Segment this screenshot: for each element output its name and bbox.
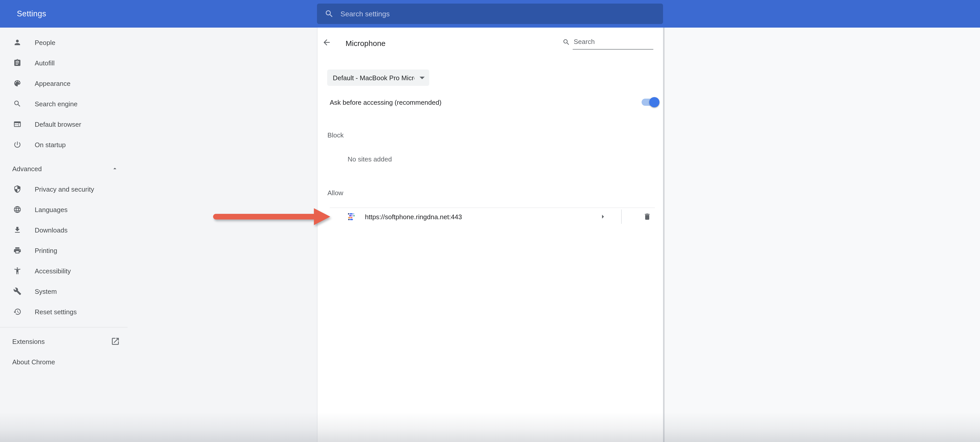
person-icon — [13, 38, 21, 46]
sidebar-item-downloads[interactable]: Downloads — [0, 220, 127, 240]
expand-site-button[interactable] — [598, 212, 608, 221]
sidebar-item-label: Default browser — [35, 120, 81, 128]
browser-window-icon — [13, 120, 21, 128]
sidebar-item-search-engine[interactable]: Search engine — [0, 94, 127, 114]
caret-up-icon — [111, 165, 118, 172]
sidebar-item-label: Printing — [35, 247, 57, 254]
sidebar-item-label: Search engine — [35, 100, 78, 108]
sidebar-item-label: Reset settings — [35, 308, 77, 316]
sidebar-item-label: Languages — [35, 206, 68, 213]
sidebar-item-extensions[interactable]: Extensions — [0, 331, 127, 351]
sidebar-item-default-browser[interactable]: Default browser — [0, 114, 127, 134]
caret-down-icon — [420, 77, 425, 79]
extensions-label: Extensions — [12, 338, 45, 345]
sidebar-item-label: Appearance — [35, 80, 70, 87]
restore-icon — [13, 308, 21, 316]
wrench-icon — [13, 287, 21, 295]
sidebar-item-label: Accessibility — [35, 267, 71, 274]
annotation-arrow — [211, 206, 333, 227]
power-icon — [13, 140, 21, 149]
sidebar-item-privacy-and-security[interactable]: Privacy and security — [0, 179, 127, 199]
toggle-knob — [649, 97, 659, 107]
ask-before-accessing-label: Ask before accessing (recommended) — [330, 99, 442, 106]
magnifier-icon — [325, 9, 334, 18]
sidebar-item-languages[interactable]: Languages — [0, 199, 127, 220]
back-button[interactable] — [322, 38, 331, 47]
sidebar-item-accessibility[interactable]: Accessibility — [0, 261, 127, 281]
allowed-site-url: https://softphone.ringdna.net:443 — [365, 213, 462, 220]
microphone-settings-card: Microphone Default - MacBook Pro Microp … — [317, 27, 663, 442]
allowed-site-row[interactable]: https://softphone.ringdna.net:443 — [330, 207, 655, 225]
accessibility-icon — [13, 267, 21, 275]
advanced-label: Advanced — [12, 165, 42, 172]
arrow-right-icon — [598, 212, 608, 221]
sidebar-item-label: Privacy and security — [35, 185, 94, 193]
sidebar-item-reset-settings[interactable]: Reset settings — [0, 302, 127, 322]
chrome-settings-window: Settings People Autofill Appearance Sear… — [0, 0, 980, 442]
trash-icon — [643, 212, 651, 221]
settings-toolbar: Settings — [0, 0, 980, 27]
sidebar-item-about-chrome[interactable]: About Chrome — [0, 351, 127, 372]
microphone-device-select[interactable]: Default - MacBook Pro Microp — [327, 70, 429, 86]
app-title: Settings — [17, 0, 46, 27]
settings-search-input[interactable] — [339, 9, 648, 18]
page-title: Microphone — [345, 38, 386, 47]
row-divider — [621, 209, 622, 224]
block-section-label: Block — [328, 131, 344, 139]
sidebar-item-label: On startup — [35, 141, 65, 148]
subpage-search-field — [563, 34, 655, 49]
subpage-search-input[interactable] — [573, 38, 653, 49]
sidebar-item-appearance[interactable]: Appearance — [0, 73, 127, 94]
globe-icon — [13, 206, 21, 214]
ringdna-favicon — [348, 212, 356, 221]
magnifier-icon — [563, 38, 570, 46]
download-icon — [13, 226, 21, 234]
sidebar-item-label: People — [35, 38, 56, 46]
settings-search-bar[interactable] — [317, 3, 663, 24]
sidebar-item-autofill[interactable]: Autofill — [0, 53, 127, 73]
about-chrome-label: About Chrome — [12, 358, 55, 365]
right-gutter — [665, 27, 980, 442]
settings-page: People Autofill Appearance Search engine… — [0, 27, 980, 442]
arrow-back-icon — [322, 38, 331, 47]
shield-icon — [13, 185, 21, 193]
sidebar-item-label: Downloads — [35, 226, 68, 234]
sidebar-item-on-startup[interactable]: On startup — [0, 134, 127, 155]
sidebar-item-people[interactable]: People — [0, 32, 127, 53]
open-in-new-icon — [111, 337, 120, 346]
settings-sidebar: People Autofill Appearance Search engine… — [0, 27, 127, 372]
sidebar-advanced-toggle[interactable]: Advanced — [0, 158, 127, 179]
block-empty-text: No sites added — [348, 155, 392, 163]
allow-section-label: Allow — [328, 189, 343, 197]
sidebar-item-printing[interactable]: Printing — [0, 240, 127, 261]
sidebar-item-label: Autofill — [35, 59, 55, 67]
printer-icon — [13, 246, 21, 254]
sidebar-divider — [0, 327, 127, 327]
clipboard-icon — [13, 59, 21, 67]
palette-icon — [13, 79, 21, 88]
delete-site-button[interactable] — [643, 212, 651, 221]
magnifier-icon — [13, 100, 21, 108]
ask-before-accessing-toggle[interactable] — [641, 99, 659, 106]
sidebar-item-system[interactable]: System — [0, 281, 127, 302]
sidebar-item-label: System — [35, 287, 57, 295]
selected-device-value: Default - MacBook Pro Microp — [333, 74, 414, 81]
